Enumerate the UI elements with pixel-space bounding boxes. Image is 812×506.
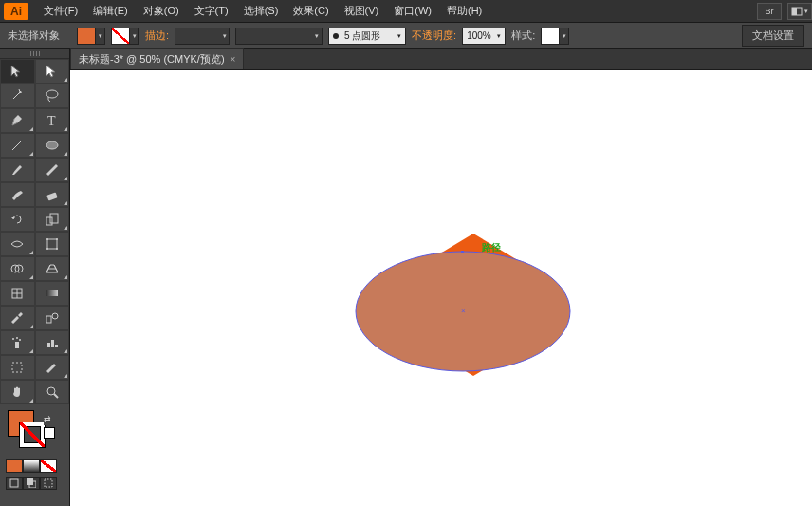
svg-rect-29 [12, 363, 22, 372]
symbol-sprayer-tool[interactable] [0, 330, 35, 355]
color-picker[interactable]: ⇄ [0, 404, 69, 458]
color-mode-row [0, 458, 69, 475]
tool-grid: T [0, 59, 69, 404]
menu-select[interactable]: 选择(S) [236, 0, 286, 22]
pen-tool[interactable] [0, 108, 35, 133]
blend-icon [45, 310, 60, 326]
svg-rect-7 [46, 217, 52, 225]
draw-inside[interactable] [40, 477, 57, 490]
color-mode-none[interactable] [40, 459, 57, 473]
brush-preset-label: 5 点圆形 [344, 29, 380, 43]
svg-rect-35 [45, 479, 52, 487]
direct-selection-tool[interactable] [35, 59, 70, 84]
chevron-down-icon: ▾ [497, 32, 501, 40]
draw-normal-icon [9, 478, 19, 488]
document-tab[interactable]: 未标题-3* @ 50% (CMYK/预览) × [70, 48, 244, 69]
stroke-profile-dropdown[interactable]: ▾ [235, 28, 323, 45]
chevron-down-icon: ▾ [315, 32, 319, 40]
rotate-tool[interactable] [0, 207, 35, 232]
eraser-tool[interactable] [35, 182, 70, 207]
opacity-label[interactable]: 不透明度: [412, 28, 456, 43]
style-swatch[interactable] [541, 28, 560, 45]
svg-rect-26 [47, 343, 50, 347]
transform-icon [45, 236, 60, 252]
selection-tool[interactable] [0, 59, 35, 84]
lasso-tool[interactable] [35, 84, 70, 108]
shape-builder-tool[interactable] [0, 256, 35, 281]
style-dropdown[interactable]: ▾ [560, 28, 569, 45]
type-tool[interactable]: T [35, 108, 70, 133]
brush-icon [9, 162, 25, 178]
artboard-tool[interactable] [0, 355, 35, 380]
svg-rect-28 [55, 345, 58, 347]
scale-tool[interactable] [35, 207, 70, 232]
hand-icon [9, 384, 25, 400]
opacity-value: 100% [467, 30, 491, 41]
graph-icon [45, 335, 60, 350]
opacity-input[interactable]: 100% ▾ [462, 28, 506, 45]
app-logo: Ai [4, 3, 28, 20]
svg-point-25 [19, 339, 21, 341]
menu-help[interactable]: 帮助(H) [439, 0, 489, 22]
stroke-color-swatch[interactable] [19, 422, 46, 448]
stroke-dropdown[interactable]: ▾ [130, 28, 139, 45]
color-mode-solid[interactable] [6, 459, 23, 473]
document-tab-title: 未标题-3* @ 50% (CMYK/预览) [79, 52, 225, 66]
cursor-white-icon [45, 64, 60, 79]
menu-edit[interactable]: 编辑(E) [85, 0, 136, 22]
arrange-icon [791, 7, 803, 16]
width-tool[interactable] [0, 232, 35, 256]
blend-tool[interactable] [35, 306, 70, 330]
magic-wand-tool[interactable] [0, 84, 35, 108]
menu-window[interactable]: 窗口(W) [386, 0, 439, 22]
svg-rect-27 [51, 340, 54, 347]
svg-point-2 [46, 90, 58, 98]
free-transform-tool[interactable] [35, 232, 70, 256]
bridge-button[interactable]: Br [757, 3, 782, 20]
line-tool[interactable] [0, 133, 35, 158]
tool-panel: T ⇄ [0, 49, 70, 506]
canvas[interactable]: × 路径 [70, 70, 812, 506]
fill-dropdown[interactable]: ▾ [96, 28, 105, 45]
swap-colors-icon[interactable]: ⇄ [44, 414, 55, 425]
stroke-swatch[interactable] [111, 28, 130, 45]
menu-view[interactable]: 视图(V) [337, 0, 387, 22]
hand-tool[interactable] [0, 380, 35, 404]
svg-point-5 [46, 141, 58, 149]
chevron-down-icon: ▾ [223, 32, 227, 40]
stroke-weight-input[interactable]: ▾ [175, 28, 230, 45]
menu-effect[interactable]: 效果(C) [286, 0, 336, 22]
pencil-tool[interactable] [35, 158, 70, 182]
svg-point-10 [46, 238, 48, 240]
color-mode-gradient[interactable] [23, 459, 40, 473]
menu-type[interactable]: 文字(T) [187, 0, 236, 22]
arrange-button[interactable]: ▾ [787, 3, 812, 20]
panel-grip[interactable] [0, 49, 69, 59]
draw-behind[interactable] [23, 477, 40, 490]
draw-normal[interactable] [6, 477, 23, 490]
zoom-tool[interactable] [35, 380, 70, 404]
perspective-tool[interactable] [35, 256, 70, 281]
eyedropper-tool[interactable] [0, 306, 35, 330]
default-colors-icon[interactable] [44, 427, 55, 439]
menu-object[interactable]: 对象(O) [136, 0, 187, 22]
gradient-tool[interactable] [35, 281, 70, 306]
ellipse-tool[interactable] [35, 133, 70, 158]
graph-tool[interactable] [35, 330, 70, 355]
slice-tool[interactable] [35, 355, 70, 380]
lasso-icon [45, 88, 60, 103]
control-bar: 未选择对象 ▾ ▾ 描边: ▾ ▾ 5 点圆形 ▾ 不透明度: 100% ▾ 样… [0, 23, 812, 49]
mesh-tool[interactable] [0, 281, 35, 306]
svg-rect-20 [46, 316, 51, 323]
svg-point-12 [46, 248, 48, 250]
stroke-label[interactable]: 描边: [145, 28, 169, 43]
brush-preset-dropdown[interactable]: 5 点圆形 ▾ [328, 28, 406, 45]
ellipse-path-icon: × [355, 251, 571, 372]
fill-swatch[interactable] [77, 28, 96, 45]
ellipse-shape[interactable]: × [355, 251, 571, 372]
blob-brush-tool[interactable] [0, 182, 35, 207]
close-icon[interactable]: × [231, 54, 236, 65]
paintbrush-tool[interactable] [0, 158, 35, 182]
document-setup-button[interactable]: 文档设置 [742, 25, 804, 47]
menu-file[interactable]: 文件(F) [36, 0, 85, 22]
